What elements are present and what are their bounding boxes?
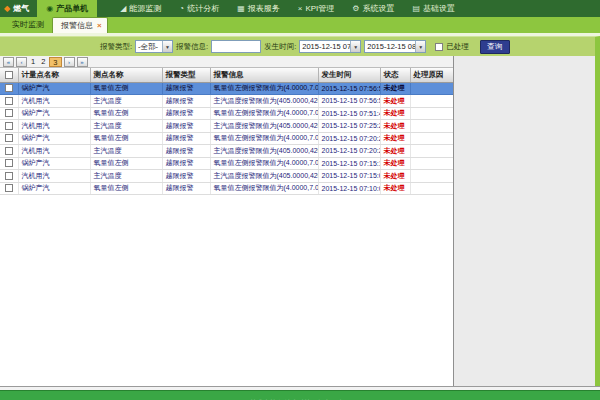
close-icon[interactable]: × bbox=[97, 23, 102, 29]
cell-type: 越限报警 bbox=[162, 182, 210, 195]
time-to-input[interactable]: 2015-12-15 08:09 ▼ bbox=[364, 40, 426, 53]
right-panel bbox=[453, 56, 595, 386]
row-checkbox[interactable] bbox=[5, 134, 13, 142]
cell-sensor: 主汽温度 bbox=[90, 120, 162, 133]
alarm-info-label: 报警信息: bbox=[176, 42, 208, 52]
cell-status: 未处理 bbox=[380, 132, 410, 145]
prev-page-button[interactable]: ‹ bbox=[16, 57, 27, 67]
last-page-button[interactable]: » bbox=[77, 57, 88, 67]
row-checkbox[interactable] bbox=[5, 159, 13, 167]
row-checkbox[interactable] bbox=[5, 84, 13, 92]
page-link[interactable]: 1 bbox=[29, 57, 37, 66]
product-icon: ◉ bbox=[46, 4, 53, 13]
cell-status: 未处理 bbox=[380, 82, 410, 95]
cell-sensor: 主汽温度 bbox=[90, 145, 162, 158]
next-page-button[interactable]: › bbox=[64, 57, 75, 67]
cell-point: 锅炉产汽 bbox=[18, 82, 90, 95]
row-checkbox[interactable] bbox=[5, 184, 13, 192]
occur-time-label: 发生时间: bbox=[264, 42, 296, 52]
menu-item-system[interactable]: ⚙系统设置 bbox=[343, 0, 403, 17]
menu-item-kpi[interactable]: ×KPI管理 bbox=[289, 0, 344, 17]
menu-item-label: 报表服务 bbox=[248, 3, 280, 14]
time-from-input[interactable]: 2015-12-15 07:09 ▼ bbox=[299, 40, 361, 53]
page-link[interactable]: 2 bbox=[39, 57, 47, 66]
menu-item-label: KPI管理 bbox=[305, 3, 334, 14]
row-checkbox[interactable] bbox=[5, 147, 13, 155]
row-checkbox[interactable] bbox=[5, 172, 13, 180]
table-row[interactable]: 锅炉产汽氧量值左侧越限报警氧量值左侧报警限值为(4.0000,7.0000),实… bbox=[0, 82, 453, 95]
column-header[interactable]: 处理原因 bbox=[410, 68, 453, 82]
cell-time: 2015-12-15 07:20:22 bbox=[318, 145, 380, 158]
cell-type: 越限报警 bbox=[162, 82, 210, 95]
chevron-down-icon[interactable]: ▼ bbox=[162, 41, 172, 52]
table-row[interactable]: 汽机用汽主汽温度越限报警主汽温度报警限值为(405.0000,420.0000)… bbox=[0, 95, 453, 108]
cell-status: 未处理 bbox=[380, 120, 410, 133]
row-checkbox-cell bbox=[0, 132, 18, 145]
cell-type: 越限报警 bbox=[162, 170, 210, 183]
cell-type: 越限报警 bbox=[162, 107, 210, 120]
cell-message: 主汽温度报警限值为(405.0000,420.0000),实际值为424.446… bbox=[210, 145, 318, 158]
processed-checkbox[interactable] bbox=[435, 43, 443, 51]
cell-time: 2015-12-15 07:15:09 bbox=[318, 170, 380, 183]
tab-bar: 实时监测 报警信息 × bbox=[0, 17, 600, 33]
table-row[interactable]: 汽机用汽主汽温度越限报警主汽温度报警限值为(405.0000,420.0000)… bbox=[0, 170, 453, 183]
kpi-icon: × bbox=[298, 4, 303, 13]
cell-reason bbox=[410, 120, 453, 133]
table-row[interactable]: 汽机用汽主汽温度越限报警主汽温度报警限值为(405.0000,420.0000)… bbox=[0, 145, 453, 158]
cell-message: 主汽温度报警限值为(405.0000,420.0000),实际值为421.362… bbox=[210, 170, 318, 183]
grid-empty-space bbox=[0, 195, 453, 386]
top-menu-bar: ◆ 燃气 ◉产品单机◢能源监测◔统计分析▦报表服务×KPI管理⚙系统设置▤基础设… bbox=[0, 0, 600, 17]
first-page-button[interactable]: « bbox=[3, 57, 14, 67]
footer: 技术支持:源清大科技股份有限公司 bbox=[0, 390, 600, 400]
cell-reason bbox=[410, 170, 453, 183]
cell-type: 越限报警 bbox=[162, 132, 210, 145]
row-checkbox-cell bbox=[0, 157, 18, 170]
menu-item-product[interactable]: ◉产品单机 bbox=[37, 0, 97, 17]
column-header[interactable]: 报警类型 bbox=[162, 68, 210, 82]
tab-alarm-info[interactable]: 报警信息 × bbox=[52, 17, 108, 33]
cell-sensor: 主汽温度 bbox=[90, 95, 162, 108]
menu-item-energy[interactable]: ◢能源监测 bbox=[111, 0, 170, 17]
chevron-down-icon[interactable]: ▼ bbox=[350, 41, 360, 52]
column-header[interactable]: 测点名称 bbox=[90, 68, 162, 82]
filter-bar: 报警类型: -全部- ▼ 报警信息: 发生时间: 2015-12-15 07:0… bbox=[0, 36, 600, 56]
cell-time: 2015-12-15 07:10:01 bbox=[318, 182, 380, 195]
table-row[interactable]: 锅炉产汽氧量值左侧越限报警氧量值左侧报警限值为(4.0000,7.0000),实… bbox=[0, 107, 453, 120]
column-header[interactable]: 计量点名称 bbox=[18, 68, 90, 82]
content-area: «‹123›» 计量点名称测点名称报警类型报警信息发生时间状态处理原因 锅炉产汽… bbox=[0, 56, 600, 386]
menu-item-stats[interactable]: ◔统计分析 bbox=[170, 0, 228, 17]
cell-reason bbox=[410, 145, 453, 158]
chevron-down-icon[interactable]: ▼ bbox=[415, 41, 425, 52]
menu-item-report[interactable]: ▦报表服务 bbox=[228, 0, 289, 17]
cell-reason bbox=[410, 95, 453, 108]
table-row[interactable]: 锅炉产汽氧量值左侧越限报警氧量值左侧报警限值为(4.0000,7.0000),实… bbox=[0, 182, 453, 195]
header-checkbox-cell bbox=[0, 68, 18, 82]
row-checkbox[interactable] bbox=[5, 109, 13, 117]
chart-icon: ◢ bbox=[120, 4, 126, 13]
base-icon: ▤ bbox=[412, 4, 420, 13]
cell-time: 2015-12-15 07:56:58 bbox=[318, 82, 380, 95]
select-all-checkbox[interactable] bbox=[5, 71, 13, 79]
cell-type: 越限报警 bbox=[162, 120, 210, 133]
cell-reason bbox=[410, 132, 453, 145]
query-button[interactable]: 查询 bbox=[480, 40, 510, 54]
alarm-info-input[interactable] bbox=[211, 40, 261, 53]
row-checkbox[interactable] bbox=[5, 122, 13, 130]
pagination-bar: «‹123›» bbox=[0, 56, 453, 68]
table-row[interactable]: 锅炉产汽氧量值左侧越限报警氧量值左侧报警限值为(4.0000,7.0000),实… bbox=[0, 132, 453, 145]
table-row[interactable]: 锅炉产汽氧量值左侧越限报警氧量值左侧报警限值为(4.0000,7.0000),实… bbox=[0, 157, 453, 170]
cell-message: 氧量值左侧报警限值为(4.0000,7.0000),实际值为3.4521 bbox=[210, 132, 318, 145]
tab-realtime-monitor[interactable]: 实时监测 bbox=[4, 19, 52, 33]
alarm-grid-area: «‹123›» 计量点名称测点名称报警类型报警信息发生时间状态处理原因 锅炉产汽… bbox=[0, 56, 453, 386]
column-header[interactable]: 状态 bbox=[380, 68, 410, 82]
table-row[interactable]: 汽机用汽主汽温度越限报警主汽温度报警限值为(405.0000,420.0000)… bbox=[0, 120, 453, 133]
row-checkbox[interactable] bbox=[5, 97, 13, 105]
menu-item-basic[interactable]: ▤基础设置 bbox=[403, 0, 464, 17]
brand-label: 燃气 bbox=[13, 3, 29, 14]
column-header[interactable]: 报警信息 bbox=[210, 68, 318, 82]
alarm-type-select[interactable]: -全部- ▼ bbox=[135, 40, 173, 53]
column-header[interactable]: 发生时间 bbox=[318, 68, 380, 82]
cell-message: 氧量值左侧报警限值为(4.0000,7.0000),实际值为7.7690 bbox=[210, 82, 318, 95]
tab-alarm-info-label: 报警信息 bbox=[61, 20, 93, 31]
cell-reason bbox=[410, 157, 453, 170]
